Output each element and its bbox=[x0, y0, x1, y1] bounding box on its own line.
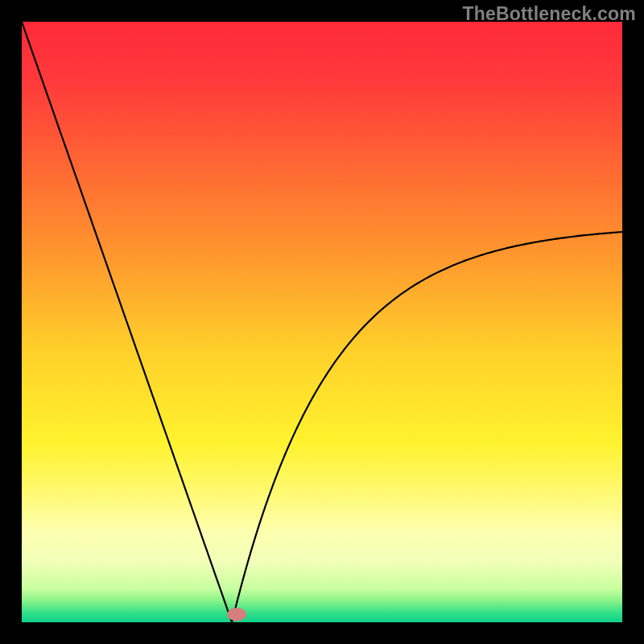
chart-stage: TheBottleneck.com bbox=[0, 0, 644, 644]
chart-background bbox=[22, 22, 622, 622]
chart-svg bbox=[22, 22, 622, 622]
watermark-text: TheBottleneck.com bbox=[462, 3, 636, 25]
bottleneck-marker bbox=[227, 608, 246, 621]
chart-plot bbox=[22, 22, 622, 622]
